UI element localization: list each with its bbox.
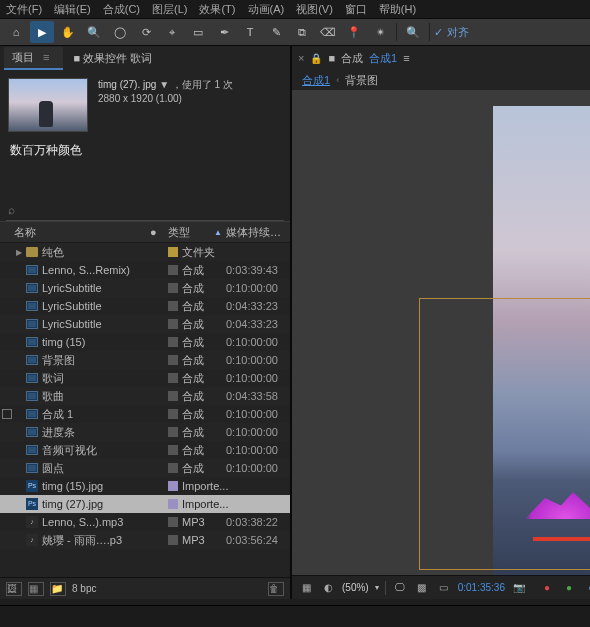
region-icon[interactable]: ▭ xyxy=(436,581,452,595)
row-label-color[interactable] xyxy=(164,409,182,419)
new-comp-icon[interactable]: ▦ xyxy=(28,582,44,596)
rotate-tool[interactable]: ⟳ xyxy=(134,21,158,43)
project-row[interactable]: 背景图合成0:10:00:00 xyxy=(0,351,290,369)
tab-comp-active[interactable]: 合成1 xyxy=(369,51,397,66)
home-icon[interactable]: ⌂ xyxy=(4,21,28,43)
row-duration: 0:10:00:00 xyxy=(226,408,290,420)
bpc-label[interactable]: 8 bpc xyxy=(72,583,96,594)
mask-icon[interactable]: ◐ xyxy=(320,581,336,595)
row-label-color[interactable] xyxy=(164,247,182,257)
selection-tool[interactable]: ▶ xyxy=(30,21,54,43)
grid-icon[interactable]: ▦ xyxy=(298,581,314,595)
new-folder-icon[interactable]: 📁 xyxy=(50,582,66,596)
col-duration[interactable]: ▲ 媒体持续… xyxy=(212,225,290,240)
resolution-icon[interactable]: 🖵 xyxy=(392,581,408,595)
tab-project-menu-icon[interactable]: ≡ xyxy=(37,51,55,63)
footage-thumbnail[interactable] xyxy=(8,78,88,132)
col-tag[interactable]: ● xyxy=(150,226,168,238)
comp-viewer[interactable] xyxy=(292,90,590,575)
menu-bar: 文件(F) 编辑(E) 合成(C) 图层(L) 效果(T) 动画(A) 视图(V… xyxy=(0,0,590,18)
menu-window[interactable]: 窗口 xyxy=(345,2,367,17)
hand-tool[interactable]: ✋ xyxy=(56,21,80,43)
lock-panel-icon[interactable]: 🔒 xyxy=(310,53,322,64)
color-a-icon[interactable]: ● xyxy=(539,581,555,595)
menu-view[interactable]: 视图(V) xyxy=(296,2,333,17)
search-input[interactable] xyxy=(6,204,284,216)
row-label-color[interactable] xyxy=(164,499,182,509)
row-label-color[interactable] xyxy=(164,319,182,329)
tab-project[interactable]: 项目 ≡ xyxy=(4,47,63,70)
project-row[interactable]: Lenno, S...Remix)合成0:03:39:43 xyxy=(0,261,290,279)
breadcrumb-root[interactable]: 合成1 xyxy=(302,73,330,88)
tab-comp-menu-icon[interactable]: ≡ xyxy=(403,52,409,64)
brush-tool[interactable]: ✎ xyxy=(264,21,288,43)
eraser-tool[interactable]: ⌫ xyxy=(316,21,340,43)
row-label-color[interactable] xyxy=(164,265,182,275)
project-row[interactable]: Pstimg (27).jpgImporte... xyxy=(0,495,290,513)
disclosure-triangle-icon[interactable]: ▶ xyxy=(14,248,24,257)
color-b-icon[interactable]: ● xyxy=(561,581,577,595)
row-label-color[interactable] xyxy=(164,535,182,545)
col-type[interactable]: 类型 xyxy=(168,225,212,240)
project-row[interactable]: LyricSubtitle合成0:04:33:23 xyxy=(0,297,290,315)
menu-effect[interactable]: 效果(T) xyxy=(199,2,235,17)
rect-tool[interactable]: ▭ xyxy=(186,21,210,43)
row-label-color[interactable] xyxy=(164,463,182,473)
row-label-color[interactable] xyxy=(164,283,182,293)
align-check-icon[interactable]: ✓ xyxy=(434,26,443,39)
close-panel-icon[interactable]: × xyxy=(298,52,304,64)
stamp-tool[interactable]: ⧉ xyxy=(290,21,314,43)
current-time[interactable]: 0:01:35:36 xyxy=(458,582,505,593)
menu-comp[interactable]: 合成(C) xyxy=(103,2,140,17)
row-label-color[interactable] xyxy=(164,517,182,527)
camera-tool[interactable]: ⌖ xyxy=(160,21,184,43)
roto-tool[interactable]: ✴ xyxy=(368,21,392,43)
row-label-color[interactable] xyxy=(164,355,182,365)
text-tool[interactable]: T xyxy=(238,21,262,43)
project-row[interactable]: 圆点合成0:10:00:00 xyxy=(0,459,290,477)
zoom-dropdown-icon[interactable]: ▾ xyxy=(375,583,379,592)
snapshot-icon[interactable]: 📷 xyxy=(511,581,527,595)
project-row[interactable]: 歌词合成0:10:00:00 xyxy=(0,369,290,387)
project-row[interactable]: 音频可视化合成0:10:00:00 xyxy=(0,441,290,459)
menu-file[interactable]: 文件(F) xyxy=(6,2,42,17)
project-row[interactable]: 歌曲合成0:04:33:58 xyxy=(0,387,290,405)
row-label-color[interactable] xyxy=(164,427,182,437)
project-row[interactable]: LyricSubtitle合成0:10:00:00 xyxy=(0,279,290,297)
project-row[interactable]: Pstimg (15).jpgImporte... xyxy=(0,477,290,495)
project-row[interactable]: 合成 1合成0:10:00:00 xyxy=(0,405,290,423)
align-label[interactable]: 对齐 xyxy=(447,25,469,40)
menu-edit[interactable]: 编辑(E) xyxy=(54,2,91,17)
layer-selection-box[interactable] xyxy=(419,298,590,570)
transparency-grid-icon[interactable]: ▩ xyxy=(414,581,430,595)
breadcrumb-child[interactable]: 背景图 xyxy=(345,73,378,88)
row-label-color[interactable] xyxy=(164,373,182,383)
orbit-tool[interactable]: ◯ xyxy=(108,21,132,43)
pen-tool[interactable]: ✒ xyxy=(212,21,236,43)
row-label-color[interactable] xyxy=(164,301,182,311)
project-row[interactable]: ▶纯色文件夹 xyxy=(0,243,290,261)
row-label-color[interactable] xyxy=(164,337,182,347)
search-tool-icon[interactable]: 🔍 xyxy=(401,21,425,43)
row-label-color[interactable] xyxy=(164,445,182,455)
puppet-tool[interactable]: 📍 xyxy=(342,21,366,43)
row-checkbox[interactable] xyxy=(2,409,12,419)
project-row[interactable]: timg (15)合成0:10:00:00 xyxy=(0,333,290,351)
row-duration: 0:03:39:43 xyxy=(226,264,290,276)
tab-effect-controls[interactable]: ■ 效果控件 歌词 xyxy=(65,48,160,69)
project-row[interactable]: ♪Lenno, S...).mp3MP30:03:38:22 xyxy=(0,513,290,531)
col-name[interactable]: 名称 xyxy=(0,225,150,240)
zoom-level[interactable]: (50%) xyxy=(342,582,369,593)
menu-anim[interactable]: 动画(A) xyxy=(248,2,285,17)
interpret-footage-icon[interactable]: 🖼 xyxy=(6,582,22,596)
project-row[interactable]: ♪姚璎 - 雨雨….p3MP30:03:56:24 xyxy=(0,531,290,549)
row-label-color[interactable] xyxy=(164,481,182,491)
menu-help[interactable]: 帮助(H) xyxy=(379,2,416,17)
project-row[interactable]: 进度条合成0:10:00:00 xyxy=(0,423,290,441)
color-c-icon[interactable]: ● xyxy=(583,581,590,595)
zoom-tool[interactable]: 🔍 xyxy=(82,21,106,43)
menu-layer[interactable]: 图层(L) xyxy=(152,2,187,17)
project-row[interactable]: LyricSubtitle合成0:04:33:23 xyxy=(0,315,290,333)
trash-icon[interactable]: 🗑 xyxy=(268,582,284,596)
row-label-color[interactable] xyxy=(164,391,182,401)
